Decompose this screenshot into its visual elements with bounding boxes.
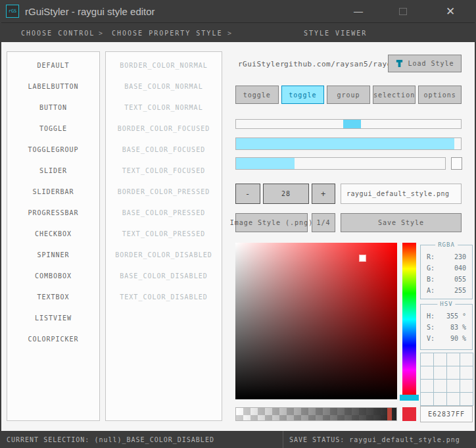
hsv-title: HSV	[437, 301, 455, 307]
breadcrumb-separator: >	[99, 23, 103, 43]
ratio-button[interactable]: 1/4	[312, 213, 335, 232]
status-bar-divider	[283, 431, 283, 448]
hsv-row-s: S: 83 %	[421, 322, 472, 333]
load-style-button[interactable]: Load Style	[388, 55, 462, 72]
brand-label: rGuiStyler	[238, 60, 285, 68]
checkbox[interactable]	[451, 157, 462, 170]
toggle-group: toggle toggle group selection options	[235, 86, 462, 104]
load-style-icon	[395, 59, 404, 68]
control-item[interactable]: TEXTBOX	[7, 286, 99, 307]
rgba-label-b: B:	[427, 276, 435, 283]
load-style-label: Load Style	[408, 60, 454, 67]
section-style-viewer: STYLE VIEWER	[304, 23, 367, 43]
property-item[interactable]: TEXT_COLOR_DISABLED	[106, 286, 222, 307]
color-sample-cell[interactable]	[460, 380, 473, 392]
control-item[interactable]: PROGRESSBAR	[7, 202, 99, 223]
color-sample-cell[interactable]	[434, 366, 446, 379]
property-item[interactable]: BASE_COLOR_DISABLED	[106, 265, 222, 286]
color-sample-cell[interactable]	[447, 366, 460, 379]
toggle-button-active[interactable]: toggle	[281, 86, 325, 104]
control-item[interactable]: SPINNER	[7, 244, 99, 265]
window-title: rGuiStyler - raygui style editor	[25, 0, 155, 22]
toggle-button[interactable]: selection	[373, 86, 416, 104]
control-item[interactable]: CHECKBOX	[7, 223, 99, 244]
maximize-button[interactable]	[389, 0, 417, 22]
color-sample-cell[interactable]	[460, 393, 473, 405]
slider-handle[interactable]	[343, 120, 361, 128]
alpha-cursor[interactable]	[387, 408, 392, 420]
toggle-button[interactable]: toggle	[235, 86, 279, 104]
control-item[interactable]: BUTTON	[7, 97, 99, 118]
close-button[interactable]: ✕	[437, 0, 464, 22]
property-item[interactable]: BORDER_COLOR_FOCUSED	[106, 118, 222, 139]
maximize-icon	[399, 8, 407, 15]
rgba-title: RGBA	[435, 241, 458, 248]
color-sample-cell[interactable]	[447, 353, 460, 366]
progress-bar-fill	[236, 138, 454, 149]
save-style-button[interactable]: Save Style	[341, 213, 462, 232]
repo-link[interactable]: github.com/raysan5/raygui	[284, 60, 401, 68]
toggle-button[interactable]: group	[327, 86, 370, 104]
color-sample-cell[interactable]	[421, 380, 433, 392]
rgba-label-r: R:	[427, 253, 435, 261]
hsv-value-s: 83 %	[450, 324, 466, 331]
spinner-minus-button[interactable]: -	[235, 184, 260, 204]
control-item[interactable]: SLIDERBAR	[7, 181, 99, 202]
control-item[interactable]: COMBOBOX	[7, 265, 99, 286]
color-sample-cell[interactable]	[460, 366, 473, 379]
control-item[interactable]: TOGGLEGROUP	[7, 139, 99, 160]
slider-bar-fill	[236, 158, 295, 169]
color-sample-cell[interactable]	[421, 353, 433, 366]
hsv-row-h: H: 355 °	[421, 311, 472, 322]
color-sample-cell[interactable]	[421, 393, 433, 405]
property-item[interactable]: TEXT_COLOR_PRESSED	[106, 223, 222, 244]
control-item[interactable]: COLORPICKER	[7, 328, 99, 349]
toggle-button[interactable]: options	[418, 86, 462, 104]
color-sample-cell[interactable]	[434, 393, 446, 405]
property-item[interactable]: BASE_COLOR_PRESSED	[106, 202, 222, 223]
control-item[interactable]: LISTVIEW	[7, 307, 99, 328]
color-sample-cell[interactable]	[434, 380, 446, 392]
color-picker-gradient[interactable]	[235, 243, 397, 399]
filename-input[interactable]: raygui_default_style.png	[341, 184, 462, 204]
minimize-button[interactable]: —	[345, 0, 372, 22]
rgba-label-a: A:	[427, 287, 435, 294]
color-sample-cell[interactable]	[447, 380, 460, 392]
current-selection-status: CURRENT SELECTION: (null)_BASE_COLOR_DIS…	[7, 431, 214, 448]
color-sample-cell[interactable]	[434, 353, 446, 366]
color-picker-cursor[interactable]	[360, 255, 366, 261]
spinner-plus-button[interactable]: +	[312, 184, 335, 204]
control-item[interactable]: LABELBUTTON	[7, 76, 99, 97]
section-choose-control: CHOOSE CONTROL	[21, 23, 95, 43]
image-style-button[interactable]: Image Style (.png)	[235, 213, 308, 232]
color-sample-cell[interactable]	[421, 366, 433, 379]
spinner-value[interactable]: 28	[263, 184, 309, 204]
hsv-value-v: 90 %	[450, 335, 466, 342]
control-item[interactable]: TOGGLE	[7, 118, 99, 139]
slider-bar-track[interactable]	[235, 157, 446, 170]
selected-color-swatch	[402, 407, 416, 421]
hsv-label-s: S:	[427, 324, 435, 331]
rgba-row-r: R: 230	[421, 251, 472, 262]
slider-track[interactable]	[235, 119, 462, 129]
alpha-bar[interactable]	[235, 407, 397, 421]
property-item[interactable]: BASE_COLOR_FOCUSED	[106, 139, 222, 160]
color-sample-cell[interactable]	[447, 393, 460, 405]
property-item[interactable]: BORDER_COLOR_NORMAL	[106, 55, 222, 76]
hue-cursor[interactable]	[400, 395, 419, 401]
hex-value-input[interactable]: E62837FF	[420, 406, 473, 422]
color-sample-cell[interactable]	[460, 353, 473, 366]
rgba-row-a: A: 255	[421, 285, 472, 296]
hsv-label-v: V:	[427, 335, 435, 342]
hue-bar[interactable]	[402, 243, 416, 396]
property-item[interactable]: BORDER_COLOR_DISABLED	[106, 244, 222, 265]
control-item[interactable]: SLIDER	[7, 160, 99, 181]
property-item[interactable]: BASE_COLOR_NORMAL	[106, 76, 222, 97]
rgba-value-b: 055	[454, 276, 466, 283]
property-item[interactable]: BORDER_COLOR_PRESSED	[106, 181, 222, 202]
property-item[interactable]: TEXT_COLOR_NORMAL	[106, 97, 222, 118]
rgba-value-a: 255	[454, 287, 466, 294]
property-item[interactable]: TEXT_COLOR_FOCUSED	[106, 160, 222, 181]
rgba-label-g: G:	[427, 264, 435, 272]
control-item[interactable]: DEFAULT	[7, 55, 99, 76]
